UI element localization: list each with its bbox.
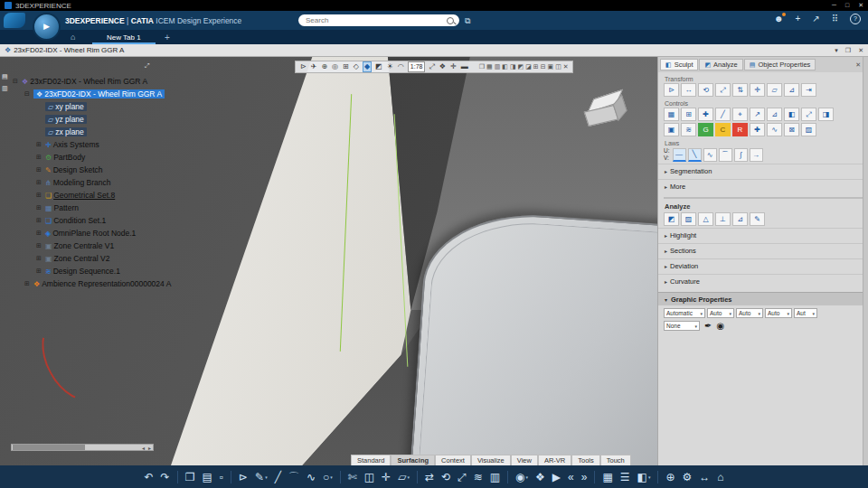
tree-expander-icon[interactable]: ⊞ xyxy=(36,179,44,186)
workbench-tab-context[interactable]: Context xyxy=(435,455,471,465)
tree-item-design-sequence-1[interactable]: ⊞≋Design Sequence.1 xyxy=(11,265,166,277)
hatch-mode-icon[interactable]: ▨ xyxy=(801,123,816,136)
reflection-icon[interactable]: △ xyxy=(698,212,713,226)
tree-item-xy-plane[interactable]: ▱xy plane xyxy=(11,100,166,113)
workbench-tab-visualize[interactable]: Visualize xyxy=(471,455,511,465)
panel-scrollbar[interactable] xyxy=(863,57,868,465)
tree-expander-icon[interactable]: ⊟ xyxy=(13,78,21,85)
tree-item-zone-central-v2[interactable]: ⊞▣Zone Central V2 xyxy=(11,252,166,265)
tree-item-modeling-branch[interactable]: ⊞⋔Modeling Branch xyxy=(11,176,166,189)
tree-expander-icon[interactable]: ⊟ xyxy=(24,90,33,98)
g0-continuity-icon[interactable]: G xyxy=(698,123,713,136)
tree-item-representation-node[interactable]: ⊟❖23xFD02-IDX - Wheel Rim GGR A xyxy=(11,88,166,100)
xy-plane-node[interactable]: ▱xy plane xyxy=(45,102,87,111)
material-icon[interactable]: ◩ xyxy=(374,61,383,72)
camera-icon[interactable]: ◉▾ xyxy=(515,470,528,484)
insert-row-icon[interactable]: ⊞ xyxy=(681,108,696,121)
law-linear-icon[interactable]: ╲ xyxy=(688,148,702,162)
spline-icon[interactable]: ∿ xyxy=(307,470,316,484)
globe-icon[interactable]: ⊕ xyxy=(665,470,675,484)
play-icon[interactable]: ▶ xyxy=(552,470,561,484)
search-input[interactable] xyxy=(304,15,447,25)
line-icon[interactable]: ╱ xyxy=(275,470,281,484)
multi-view-icon[interactable]: ⊞ xyxy=(342,61,350,72)
close-icon[interactable]: ✕ xyxy=(858,2,863,9)
redo-icon[interactable]: ↷ xyxy=(161,470,170,484)
match-right-icon[interactable]: ◨ xyxy=(818,108,834,121)
undo-icon[interactable]: ↶ xyxy=(145,470,154,484)
product-root-node[interactable]: ❖23xFD02-IDX - Wheel Rim GGR A xyxy=(22,77,147,86)
world-icon[interactable]: ⊕ xyxy=(320,61,328,72)
close-surface-icon[interactable]: ⊠ xyxy=(784,123,799,136)
annotate-icon[interactable]: ✎ xyxy=(750,212,765,226)
close-document-icon[interactable]: ✕ xyxy=(858,47,863,54)
workbench-tab-standard[interactable]: Standard xyxy=(351,455,391,465)
direction-icon[interactable]: ↗ xyxy=(750,108,765,121)
window-remove-icon[interactable]: ⊟ xyxy=(541,63,546,70)
apps-icon[interactable]: ⠿ xyxy=(832,14,838,24)
tree-item-product-root[interactable]: ⊟❖23xFD02-IDX - Wheel Rim GGR A xyxy=(11,75,166,88)
tree-item-pattern[interactable]: ⊞▦Pattern xyxy=(11,202,166,214)
tree-item-design-sketch[interactable]: ⊞✎Design Sketch xyxy=(11,164,166,176)
add-control-icon[interactable]: ✚ xyxy=(750,123,765,136)
lighting-icon[interactable]: ☀ xyxy=(386,61,394,72)
user-avatar-icon[interactable]: ☻ xyxy=(774,14,784,24)
select-icon[interactable]: ⊳ xyxy=(239,470,248,484)
yz-plane-node[interactable]: ▱yz plane xyxy=(45,115,87,124)
layer-select[interactable]: Aut▾ xyxy=(794,308,817,318)
save-icon[interactable]: ▤ xyxy=(202,470,212,484)
match-left-icon[interactable]: ◧ xyxy=(784,108,799,121)
section-curvature[interactable]: ▸Curvature xyxy=(658,274,868,287)
window-add-icon[interactable]: ⊞ xyxy=(533,63,539,70)
3dexperience-compass-icon[interactable]: ▶ xyxy=(33,13,61,41)
tab-new-tab-1[interactable]: New Tab 1 xyxy=(92,32,156,44)
tree-item-omniplane-root-node-1[interactable]: ⊞◈OmniPlane Root Node.1 xyxy=(11,227,166,239)
snap-icon[interactable]: ✛ xyxy=(449,61,458,72)
window-split-icon[interactable]: ◫ xyxy=(555,63,561,70)
minimize-icon[interactable]: ─ xyxy=(832,2,836,9)
law-arc-icon[interactable]: ⌒ xyxy=(719,148,732,162)
tree-expander-icon[interactable]: ⊞ xyxy=(36,192,44,199)
scale-icon[interactable]: ⤢ xyxy=(715,83,731,97)
trim-icon[interactable]: ✄ xyxy=(348,470,357,484)
center-point-icon[interactable]: ⌖ xyxy=(732,108,748,121)
tree-expander-icon[interactable]: ⊞ xyxy=(36,242,44,249)
grid-icon[interactable]: ▦ xyxy=(602,470,612,484)
tree-item-condition-set-1[interactable]: ⊞❏Condition Set.1 xyxy=(11,214,166,227)
opacity-select[interactable]: Auto▾ xyxy=(707,308,734,318)
turntable-icon[interactable]: ❖ xyxy=(535,470,545,484)
symmetry-icon[interactable]: ⇅ xyxy=(732,83,748,97)
restore-icon[interactable]: ❐ xyxy=(845,47,851,54)
next-icon[interactable]: » xyxy=(581,470,588,484)
layout-single-icon[interactable]: ❐ xyxy=(479,63,485,70)
tag-icon[interactable]: ⧉ xyxy=(465,16,470,26)
omniplane-root-node-1-node[interactable]: ◈OmniPlane Root Node.1 xyxy=(45,229,136,238)
share-icon[interactable]: ↗ xyxy=(812,14,819,24)
translate-icon[interactable]: ⇄ xyxy=(425,470,434,484)
effects-icon[interactable]: ❖ xyxy=(439,61,447,72)
tree-expander-icon[interactable]: ⊞ xyxy=(36,217,44,224)
layout-right-icon[interactable]: ◨ xyxy=(510,63,516,70)
layout-rows-icon[interactable]: ▥ xyxy=(495,63,501,70)
workbench-tab-surfacing[interactable]: Surfacing xyxy=(391,455,435,465)
tree-item-ambience-representation[interactable]: ⊞❖Ambience Representation00000024 A xyxy=(11,277,166,290)
arc-icon[interactable]: ⌒ xyxy=(288,470,299,484)
search-icon[interactable] xyxy=(447,17,454,24)
circle-icon[interactable]: ○▾ xyxy=(323,470,333,484)
section-segmentation[interactable]: ▸Segmentation xyxy=(658,164,868,177)
tab-object-properties[interactable]: ▤Object Properties xyxy=(744,59,816,70)
tree-expander-icon[interactable]: ⊞ xyxy=(36,154,44,161)
zone-centrale-v1-node[interactable]: ▣Zone Centrale V1 xyxy=(45,241,114,250)
project-icon[interactable]: ⊿ xyxy=(784,83,799,97)
window-full-icon[interactable]: ▣ xyxy=(548,63,554,70)
tree-item-geometrical-set-8[interactable]: ⊞❏Geometrical Set.8 xyxy=(11,189,166,202)
select-mode-icon[interactable]: ⊳ xyxy=(299,61,307,72)
isophotes-icon[interactable]: ◩ xyxy=(664,212,679,226)
thickness-select[interactable]: Auto▾ xyxy=(765,308,792,318)
ground-icon[interactable]: ▬ xyxy=(460,61,469,72)
g1-continuity-icon[interactable]: C xyxy=(715,123,731,136)
linetype-select[interactable]: Auto▾ xyxy=(736,308,763,318)
match-icon[interactable]: ≋ xyxy=(474,470,483,484)
layout-corner2-icon[interactable]: ◪ xyxy=(525,63,532,70)
scroll-left-icon[interactable]: ◂ xyxy=(140,445,146,451)
